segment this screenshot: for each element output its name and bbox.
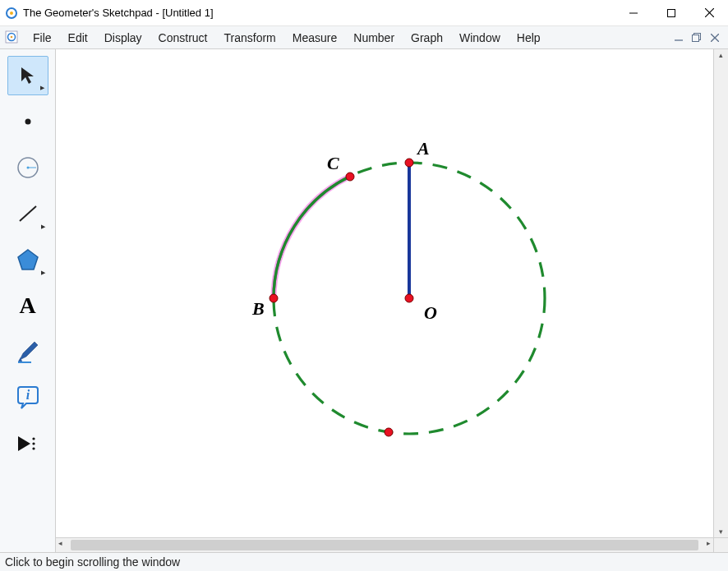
- scroll-down-icon[interactable]: ▾: [714, 527, 728, 536]
- menu-help[interactable]: Help: [509, 29, 549, 47]
- menu-number[interactable]: Number: [345, 29, 403, 47]
- point-c[interactable]: [346, 173, 355, 182]
- tool-arrow[interactable]: ▶: [7, 56, 48, 95]
- hscroll-thumb[interactable]: [71, 540, 698, 550]
- doc-icon: [5, 30, 20, 45]
- arc-bc-selection: [274, 177, 350, 298]
- svg-text:i: i: [25, 388, 30, 402]
- menu-measure[interactable]: Measure: [284, 29, 345, 47]
- status-text: Click to begin scrolling the window: [5, 555, 180, 569]
- menu-window[interactable]: Window: [451, 29, 509, 47]
- scroll-right-icon[interactable]: ▸: [707, 539, 711, 547]
- toolbox: ▶ ▶ ▶ A i: [0, 49, 56, 552]
- canvas-wrap: A C B O ▴ ▾ ◂ ▸: [56, 49, 728, 552]
- point-b[interactable]: [270, 294, 279, 303]
- svg-point-1: [10, 12, 13, 15]
- sketch-canvas[interactable]: A C B O: [56, 49, 713, 537]
- scroll-up-icon[interactable]: ▴: [714, 51, 728, 59]
- mdi-minimize-button[interactable]: [670, 30, 687, 45]
- svg-point-17: [26, 167, 29, 169]
- app-icon: [5, 7, 18, 20]
- submenu-indicator-icon: ▶: [41, 223, 45, 230]
- close-button[interactable]: [690, 0, 728, 26]
- tool-text[interactable]: A: [7, 286, 48, 325]
- scroll-left-icon[interactable]: ◂: [58, 539, 62, 547]
- mdi-restore-button[interactable]: [689, 30, 705, 45]
- tool-polygon[interactable]: ▶: [7, 240, 48, 279]
- tool-segment[interactable]: ▶: [7, 194, 48, 233]
- svg-line-18: [20, 206, 36, 221]
- tool-circle[interactable]: [7, 148, 48, 187]
- menu-edit[interactable]: Edit: [60, 29, 96, 47]
- vertical-scrollbar[interactable]: ▴ ▾: [713, 49, 728, 537]
- point-a[interactable]: [405, 159, 414, 168]
- maximize-button[interactable]: [652, 0, 690, 26]
- svg-rect-3: [668, 9, 675, 16]
- tool-marker[interactable]: [7, 332, 48, 371]
- svg-rect-11: [693, 35, 699, 41]
- canvas-area: A C B O ▴ ▾: [56, 49, 728, 537]
- label-a[interactable]: A: [417, 138, 430, 159]
- svg-point-22: [32, 437, 35, 440]
- scroll-corner: [713, 538, 728, 552]
- tool-point[interactable]: [7, 102, 48, 141]
- menu-construct[interactable]: Construct: [150, 29, 216, 47]
- menu-display[interactable]: Display: [96, 29, 150, 47]
- label-c[interactable]: C: [327, 153, 339, 174]
- svg-point-8: [11, 35, 13, 38]
- svg-marker-19: [18, 250, 38, 269]
- svg-point-23: [32, 442, 35, 444]
- statusbar: Click to begin scrolling the window: [0, 552, 728, 571]
- label-o[interactable]: O: [424, 302, 437, 324]
- window-buttons: [615, 0, 728, 26]
- menu-file[interactable]: File: [25, 29, 60, 47]
- submenu-indicator-icon: ▶: [41, 269, 45, 276]
- submenu-indicator-icon: ▶: [40, 85, 44, 91]
- svg-point-14: [25, 119, 30, 125]
- workspace: ▶ ▶ ▶ A i: [0, 49, 728, 552]
- menubar: File Edit Display Construct Transform Me…: [0, 26, 728, 49]
- mdi-close-button[interactable]: [707, 30, 723, 45]
- geometry-svg: [56, 49, 713, 537]
- menu-graph[interactable]: Graph: [403, 29, 451, 47]
- point-o[interactable]: [405, 294, 414, 303]
- tool-info[interactable]: i: [7, 378, 48, 417]
- tool-custom[interactable]: [7, 424, 48, 463]
- horizontal-scrollbar[interactable]: ◂ ▸: [56, 538, 713, 552]
- minimize-button[interactable]: [615, 0, 652, 26]
- window-title: The Geometer's Sketchpad - [Untitled 1]: [23, 7, 615, 19]
- svg-point-24: [32, 447, 35, 449]
- label-b[interactable]: B: [252, 298, 265, 320]
- menu-transform[interactable]: Transform: [216, 29, 284, 47]
- point-bottom[interactable]: [385, 428, 394, 437]
- horizontal-scrollbar-row: ◂ ▸: [56, 537, 728, 552]
- titlebar: The Geometer's Sketchpad - [Untitled 1]: [0, 0, 728, 26]
